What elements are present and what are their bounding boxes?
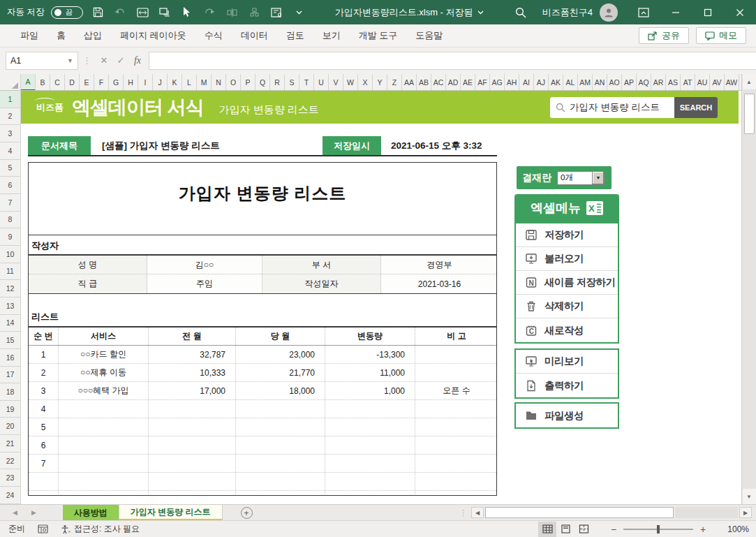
row-header[interactable]: 24 [0,487,20,504]
row-header[interactable]: 21 [0,435,20,453]
row-header[interactable]: 6 [0,177,20,194]
normal-view-button[interactable] [538,522,556,537]
row-header[interactable]: 13 [0,297,20,315]
row-header[interactable]: 9 [0,228,20,246]
column-header[interactable]: R [270,74,285,90]
vertical-scrollbar-thumb[interactable] [744,94,755,134]
column-header[interactable]: V [329,74,343,90]
list-cell-prev-month[interactable]: 17,000 [149,382,236,399]
column-header[interactable]: AK [549,74,563,90]
page-break-view-button[interactable] [575,522,593,537]
column-header[interactable]: H [124,74,138,90]
user-name[interactable]: 비즈폼친구4 [542,6,593,19]
list-cell-note[interactable] [415,473,497,490]
minimize-button[interactable] [660,0,692,24]
list-cell-service[interactable] [59,436,149,454]
banner-search-input[interactable] [570,102,667,112]
menu-delete-button[interactable]: 삭제하기 [516,295,618,318]
list-cell-service[interactable] [59,418,149,436]
row-header[interactable]: 18 [0,383,20,401]
scroll-left-icon[interactable]: ◀ [471,507,484,518]
list-cell-no[interactable]: 5 [29,418,59,436]
row-header[interactable]: 17 [0,367,20,384]
list-cell-note[interactable] [415,400,497,418]
list-cell-this-month[interactable] [236,418,325,436]
page-layout-view-button[interactable] [556,522,575,537]
cancel-icon[interactable]: ✕ [96,52,112,70]
list-cell-prev-month[interactable] [149,491,236,496]
title-dropdown-icon[interactable] [477,10,484,15]
column-header[interactable]: B [36,74,50,90]
list-cell-service[interactable]: ○○제휴 이동 [59,364,149,381]
scroll-right-icon[interactable]: ▶ [739,507,752,518]
formula-input[interactable] [149,52,756,70]
column-header[interactable]: A [21,74,36,90]
vertical-scrollbar[interactable]: ▲ ▼ [741,74,756,504]
list-cell-service[interactable]: ○○○혜택 가입 [59,382,149,399]
column-header[interactable]: AI [519,74,534,90]
row-header[interactable]: 11 [0,263,20,281]
avatar[interactable] [600,3,618,22]
horizontal-scrollbar[interactable]: ⋮ ◀ ▶ [459,505,756,520]
row-header[interactable]: 19 [0,401,20,418]
list-cell-note[interactable] [415,491,497,496]
column-header[interactable]: AT [681,74,695,90]
list-cell-note[interactable] [415,364,497,381]
zoom-out-icon[interactable]: − [607,524,621,535]
row-header[interactable]: 12 [0,280,20,297]
row-header[interactable]: 22 [0,453,20,470]
autosave-toggle[interactable]: 끔 [51,6,83,19]
menu-save-as-button[interactable]: N 새이름 저장하기 [516,271,618,295]
list-cell-this-month[interactable] [236,473,325,490]
row-header[interactable]: 23 [0,469,20,487]
ribbon-tab[interactable]: 개발 도구 [350,24,407,47]
saved-at-value[interactable]: 2021-06-15 오후 3:32 [391,140,482,152]
scroll-up-icon[interactable]: ▲ [743,74,756,89]
list-cell-this-month[interactable]: 21,770 [236,364,325,381]
ribbon-tab[interactable]: 데이터 [232,24,277,47]
list-cell-prev-month[interactable] [149,400,236,418]
list-cell-no[interactable]: 7 [29,455,59,472]
column-header[interactable]: AL [563,74,578,90]
banner-search-button[interactable]: SEARCH [674,97,718,118]
doc-title-value[interactable]: [샘플] 가입자 변동량 리스트 [102,140,220,152]
column-header[interactable]: AN [593,74,607,90]
row-header[interactable]: 3 [0,125,20,142]
list-cell-change[interactable]: 1,000 [325,382,415,399]
column-header[interactable]: X [358,74,373,90]
maximize-button[interactable] [692,0,724,24]
list-cell-service[interactable]: ○○카드 할인 [59,346,149,363]
save-icon[interactable] [90,4,105,21]
list-cell-prev-month[interactable] [149,418,236,436]
undo-icon[interactable] [112,4,128,21]
ribbon-display-options-icon[interactable] [628,0,660,24]
list-cell-this-month[interactable]: 23,000 [236,346,325,363]
column-header[interactable]: C [50,74,65,90]
column-header[interactable]: N [212,74,226,90]
list-cell-prev-month[interactable] [149,455,236,472]
ribbon-tab[interactable]: 홈 [47,24,75,47]
row-header[interactable]: 5 [0,160,20,177]
banner-search-box[interactable] [550,97,674,118]
row-header[interactable]: 8 [0,212,20,229]
zoom-percentage[interactable]: 100% [716,524,749,534]
insert-function-icon[interactable]: fx [129,52,146,70]
column-header[interactable]: AE [461,74,475,90]
menu-preview-button[interactable]: 미리보기 [516,350,618,374]
ribbon-tab[interactable]: 보기 [313,24,350,47]
horizontal-scrollbar-thumb[interactable] [485,507,674,518]
list-cell-change[interactable] [325,473,415,490]
group-objects-icon[interactable] [246,4,262,21]
column-header[interactable]: AW [725,74,739,90]
list-cell-note[interactable] [415,418,497,436]
column-header[interactable]: U [314,74,329,90]
list-cell-change[interactable] [325,436,415,454]
cursor-icon[interactable] [179,4,195,21]
memo-button[interactable]: 메모 [696,27,746,44]
row-header[interactable]: 2 [0,108,20,126]
list-cell-prev-month[interactable]: 10,333 [149,364,236,381]
list-cell-prev-month[interactable]: 32,787 [149,346,236,363]
column-header[interactable]: D [65,74,80,90]
column-header[interactable]: L [182,74,197,90]
author-value-cell[interactable]: 2021-03-16 [381,274,497,293]
